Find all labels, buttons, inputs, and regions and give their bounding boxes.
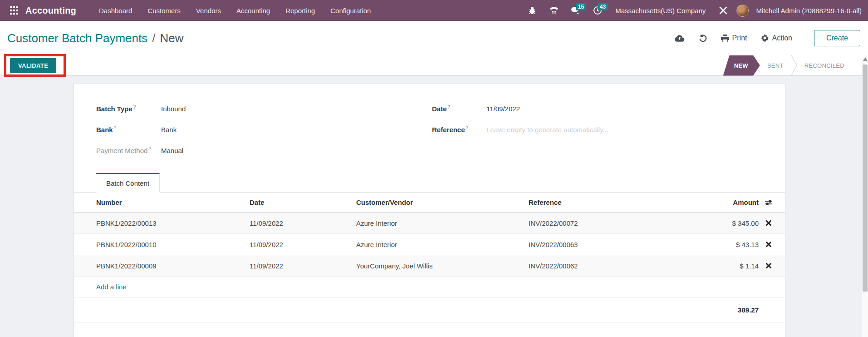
activities-badge: 43 [598, 3, 608, 10]
menu-vendors[interactable]: Vendors [190, 3, 227, 18]
add-line-link[interactable]: Add a line [96, 283, 127, 291]
table-row[interactable]: PBNK1/2022/00013 11/09/2022 Azure Interi… [74, 213, 785, 234]
table-header: Number Date Customer/Vendor Reference Am… [74, 193, 785, 213]
bank-label: Bank? [96, 125, 161, 134]
row-amount[interactable]: $ 43.13 [708, 241, 759, 248]
action-button[interactable]: Action [761, 34, 792, 42]
menu-accounting[interactable]: Accounting [230, 3, 276, 18]
row-number[interactable]: PBNK1/2022/00009 [96, 262, 250, 270]
action-label: Action [772, 34, 792, 42]
bank-value[interactable]: Bank [161, 126, 177, 134]
notebook-tabs: Batch Content [74, 173, 785, 193]
col-number[interactable]: Number [96, 198, 250, 206]
delete-row-icon[interactable] [766, 242, 771, 247]
status-pipeline: NEW SENT RECONCILED [723, 55, 852, 76]
company-switcher[interactable]: Massachusetts(US) Company [611, 7, 710, 15]
row-amount[interactable]: $ 345.00 [708, 219, 759, 227]
col-date[interactable]: Date [250, 198, 356, 206]
add-line-row: Add a line [74, 277, 785, 297]
studio-tools-icon[interactable] [715, 3, 732, 18]
validate-button[interactable]: VALIDATE [10, 58, 56, 73]
top-navbar: Accounting Dashboard Customers Vendors A… [0, 0, 868, 21]
breadcrumb-current: New [160, 31, 183, 45]
reference-label: Reference? [432, 125, 486, 134]
date-value[interactable]: 11/09/2022 [486, 105, 520, 113]
row-partner[interactable]: YourCompany, Joel Willis [356, 262, 529, 270]
form-sheet: Batch Type? Inbound Bank? Bank Payment M… [74, 83, 785, 337]
breadcrumb-separator: / [152, 31, 155, 45]
control-panel: Customer Batch Payments / New Print [0, 21, 868, 55]
payment-method-label: Payment Method? [96, 146, 161, 154]
apps-grid-icon[interactable] [6, 3, 22, 18]
reference-input[interactable] [486, 126, 677, 134]
voip-phone-icon[interactable] [545, 3, 563, 18]
table-row[interactable]: PBNK1/2022/00009 11/09/2022 YourCompany,… [74, 255, 785, 277]
row-date[interactable]: 11/09/2022 [250, 262, 356, 270]
help-marker: ? [466, 125, 469, 130]
payment-method-value[interactable]: Manual [161, 147, 183, 154]
row-date[interactable]: 11/09/2022 [250, 241, 356, 248]
app-name[interactable]: Accounting [25, 5, 76, 16]
delete-row-icon[interactable] [766, 263, 771, 268]
col-amount[interactable]: Amount [708, 198, 759, 206]
scroll-up-arrow[interactable] [863, 57, 868, 61]
messages-icon[interactable]: 15 [567, 3, 584, 18]
help-marker: ? [148, 146, 151, 151]
stage-new[interactable]: NEW [723, 55, 760, 76]
vertical-scrollbar[interactable] [862, 55, 868, 337]
breadcrumb-parent-link[interactable]: Customer Batch Payments [7, 31, 147, 45]
row-amount[interactable]: $ 1.14 [708, 262, 759, 270]
main-menu: Dashboard Customers Vendors Accounting R… [93, 3, 377, 18]
delete-row-icon[interactable] [766, 220, 771, 226]
batch-type-value[interactable]: Inbound [161, 105, 186, 113]
stage-reconciled[interactable]: RECONCILED [797, 55, 852, 76]
help-marker: ? [448, 104, 451, 109]
row-number[interactable]: PBNK1/2022/00010 [96, 241, 250, 248]
menu-configuration[interactable]: Configuration [324, 3, 377, 18]
user-avatar[interactable] [736, 5, 749, 17]
row-partner[interactable]: Azure Interior [356, 241, 529, 248]
row-reference[interactable]: INV/2022/00072 [529, 219, 708, 227]
user-menu[interactable]: Mitchell Admin (20888299-16-0-all) [756, 7, 862, 15]
form-fields: Batch Type? Inbound Bank? Bank Payment M… [74, 84, 785, 157]
menu-dashboard[interactable]: Dashboard [93, 3, 138, 18]
stage-chevron-icon [791, 55, 797, 76]
row-reference[interactable]: INV/2022/00063 [529, 241, 708, 248]
help-marker: ? [133, 104, 136, 109]
print-button[interactable]: Print [721, 34, 747, 42]
menu-customers[interactable]: Customers [141, 3, 187, 18]
col-reference[interactable]: Reference [529, 198, 708, 206]
col-partner[interactable]: Customer/Vendor [356, 198, 529, 206]
scrollbar-thumb[interactable] [863, 64, 868, 292]
date-label: Date? [432, 104, 486, 113]
stage-sent[interactable]: SENT [760, 55, 791, 76]
print-label: Print [732, 34, 747, 42]
table-row[interactable]: PBNK1/2022/00010 11/09/2022 Azure Interi… [74, 234, 785, 255]
row-number[interactable]: PBNK1/2022/00013 [96, 219, 250, 227]
total-row: 389.27 [74, 297, 785, 323]
debug-bug-icon[interactable] [524, 3, 541, 18]
row-reference[interactable]: INV/2022/00062 [529, 262, 708, 270]
help-marker: ? [114, 125, 117, 130]
activities-clock-icon[interactable]: 43 [589, 3, 606, 18]
statusbar: VALIDATE NEW SENT RECONCILED [0, 55, 862, 76]
save-cloud-icon[interactable] [675, 35, 685, 42]
optional-columns-icon[interactable] [759, 199, 779, 206]
tab-batch-content[interactable]: Batch Content [96, 173, 160, 193]
row-partner[interactable]: Azure Interior [356, 219, 529, 227]
breadcrumb: Customer Batch Payments / New [7, 31, 183, 45]
discard-undo-icon[interactable] [698, 34, 707, 43]
menu-reporting[interactable]: Reporting [279, 3, 321, 18]
amount-total: 389.27 [708, 306, 759, 314]
batch-type-label: Batch Type? [96, 104, 161, 113]
messages-badge: 15 [576, 3, 586, 10]
main-content: Batch Type? Inbound Bank? Bank Payment M… [0, 76, 862, 337]
row-date[interactable]: 11/09/2022 [250, 219, 356, 227]
create-button[interactable]: Create [814, 30, 860, 46]
